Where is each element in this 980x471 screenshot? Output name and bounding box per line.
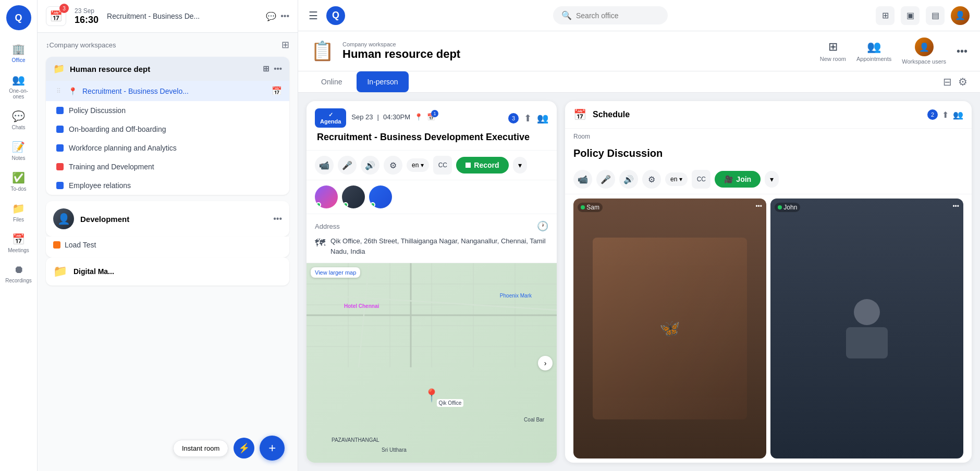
settings-icon[interactable]: ⚙ [958,76,967,88]
todos-icon: ✅ [12,171,25,184]
user-count: 3 [508,113,519,123]
join-button[interactable]: 🎥 Join [715,171,761,188]
expand-icon-side: ▾ [770,175,774,183]
room-employee[interactable]: Employee relations [46,176,289,195]
sidebar-view-button[interactable]: ▣ [901,6,920,25]
room-policy[interactable]: Policy Discussion [46,101,289,120]
online-indicator-3 [370,202,375,207]
new-room-button[interactable]: ⊞ New room [820,40,846,62]
group-icon[interactable]: 👥 [537,113,548,124]
mic-icon: 🎤 [342,160,352,170]
room-dot-onboarding [56,126,64,133]
john-video-content [770,199,963,458]
company-logo[interactable]: Q [6,5,31,30]
language-button[interactable]: en ▾ [407,158,429,172]
workspace-digital: 📁 Digital Ma... [46,257,289,286]
sidebar-item-meetings[interactable]: 📅 Meetings [3,229,34,257]
mic-button-side[interactable]: 🎤 [596,170,615,189]
tab-online[interactable]: Online [311,71,352,92]
mic-button[interactable]: 🎤 [338,156,357,175]
speaker-button[interactable]: 🔊 [361,156,379,175]
workspace-hr-header[interactable]: 📁 Human resource dept ⊞ ••• [46,57,289,81]
room-workforce[interactable]: Workforce planning and Analytics [46,139,289,157]
sidebar-item-todos[interactable]: ✅ To-dos [3,167,34,196]
address-section: Address 🕐 🗺 Qik Office, 26th Street, Thi… [307,214,557,263]
room-dot-workforce [56,144,64,152]
workspace-header: 📋 Company workspace Human resource dept … [298,31,980,71]
room-onboarding[interactable]: On-boarding and Off-boarding [46,120,289,139]
chevron-icon-side: ▾ [679,176,682,183]
speaker-icon: 🔊 [365,160,375,170]
expand-button[interactable]: ▾ [513,157,527,173]
dev-more-button[interactable]: ••• [273,214,282,224]
add-room-fab[interactable]: + [260,436,285,461]
digital-workspace-name: Digital Ma... [74,267,282,276]
room-name-main: Recruitment - Business Development Execu… [315,132,530,143]
online-indicator-2 [343,202,348,207]
calendar-badge: 3 [59,4,69,13]
schedule-actions: 2 ⬆ 👥 [927,109,963,120]
map-nav-button[interactable]: › [538,356,553,370]
area-label-1: PAZAVANTHANGAL [332,437,379,443]
settings-button[interactable]: ⚙ [384,156,402,175]
record-button[interactable]: Record [456,157,508,173]
captions-button[interactable]: CC [433,156,452,175]
workspace-company-label: Company workspace [342,41,460,47]
room-loadtest-label: Load Test [65,241,96,249]
video-button-side[interactable]: 📹 [573,170,592,189]
sidebar-item-files[interactable]: 📁 Files [3,198,34,227]
sidebar-item-chats[interactable]: 💬 Chats [3,106,34,134]
chat-icon[interactable]: 💬 [266,11,276,21]
schedule-group-icon[interactable]: 👥 [953,110,963,120]
workspace-users-avatar: 👤 [915,38,934,56]
sidebar-item-notes[interactable]: 📝 Notes [3,137,34,165]
qik-logo: Q [326,6,345,25]
schedule-share-icon[interactable]: ⬆ [942,110,949,120]
room-recruitment[interactable]: ⠿ 📍 Recruitment - Business Develo... 📅 [46,81,289,101]
room-loadtest[interactable]: Load Test [46,237,289,253]
menu-button[interactable]: ☰ [309,9,318,22]
workspace-users-button[interactable]: 👤 Workspace users [902,38,946,65]
workspace-more-button[interactable]: ••• [274,64,282,73]
add-workspace-button[interactable]: ⊞ [281,39,289,51]
appointments-button[interactable]: 👥 Appointments [856,40,891,62]
video-tile-john: John ••• [770,199,963,458]
phoenix-label: Phoenix Mark [500,293,532,299]
speaker-button-side[interactable]: 🔊 [619,170,638,189]
captions-button-side[interactable]: CC [692,170,710,189]
settings-button-side[interactable]: ⚙ [642,170,661,189]
calendar-date: 23 Sep 16:30 [75,7,99,26]
history-icon: 🕐 [537,220,548,232]
recordings-icon: ⏺ [14,264,24,276]
speaker-icon-side: 🔊 [623,175,634,184]
view-larger-map-button[interactable]: View larger map [311,267,360,278]
notes-icon: 📝 [12,141,25,153]
search-input[interactable] [576,11,654,20]
room-calendar-icon: 📅 [272,86,282,96]
sidebar-item-recordings[interactable]: ⏺ Recordings [3,259,34,288]
lightning-icon: ⚡ [238,442,250,454]
language-button-side[interactable]: en ▾ [665,172,688,186]
calendar-button[interactable]: 📅 3 [46,6,66,26]
instant-room-button[interactable]: Instant room [173,440,228,457]
video-button[interactable]: 📹 [315,156,334,175]
workspaces-header: ↕ Company workspaces ⊞ [46,39,289,51]
top-bar: ☰ Q 🔍 ⊞ ▣ ▤ 👤 [298,0,980,31]
layout-view-button[interactable]: ▤ [926,6,945,25]
grid-view-button[interactable]: ⊞ [876,6,895,25]
add-room-button[interactable]: ⊞ [263,64,270,73]
expand-button-side[interactable]: ▾ [765,171,779,188]
search-box[interactable]: 🔍 [553,6,668,24]
workspace-more-button[interactable]: ••• [957,45,967,57]
sidebar-item-office[interactable]: 🏢 Office [3,39,34,67]
workspace-panel: 📅 3 23 Sep 16:30 Recruitment - Business … [38,0,298,471]
tab-in-person[interactable]: In-person [357,71,408,92]
user-avatar-top[interactable]: 👤 [951,6,970,25]
more-icon[interactable]: ••• [280,11,289,21]
lightning-button[interactable]: ⚡ [234,438,254,458]
screen-share-icon[interactable]: ⊟ [943,76,952,88]
sidebar-item-one-on-ones[interactable]: 👥 One-on-ones [3,69,34,104]
room-dot-employee [56,182,64,189]
share-icon[interactable]: ⬆ [524,113,532,124]
room-training[interactable]: Training and Development [46,157,289,176]
